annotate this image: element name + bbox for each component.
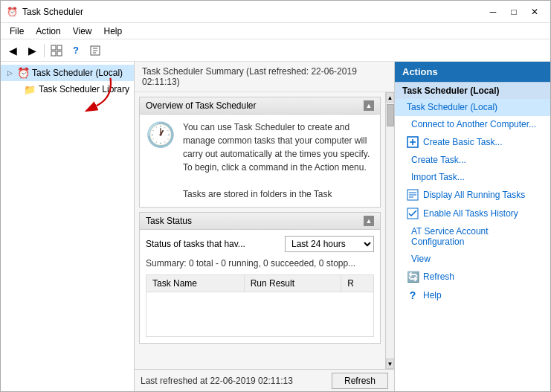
action-label-import-task: Import Task...: [411, 172, 465, 182]
task-status-collapse-btn[interactable]: ▲: [364, 216, 374, 226]
action-label-view: View: [411, 254, 431, 264]
task-status-section: Task Status ▲ Status of tasks that hav..…: [139, 212, 381, 344]
menu-file[interactable]: File: [4, 25, 30, 38]
menu-view[interactable]: View: [67, 25, 98, 38]
action-display-running[interactable]: Display All Running Tasks: [395, 186, 550, 205]
forward-button[interactable]: ▶: [23, 42, 41, 60]
summary-row: Summary: 0 total - 0 running, 0 succeede…: [146, 258, 374, 269]
action-label-connect: Connect to Another Computer...: [411, 119, 536, 129]
center-panel: Task Scheduler Summary (Last refreshed: …: [135, 62, 394, 391]
actions-header: Actions: [395, 62, 550, 82]
center-scrollbar[interactable]: ▲ ▼: [385, 92, 394, 369]
expand-icon: ▷: [5, 68, 14, 77]
action-import-task[interactable]: Import Task...: [395, 169, 550, 186]
close-button[interactable]: ✕: [525, 4, 544, 19]
status-filter-row: Status of tasks that hav... Last 24 hour…: [146, 236, 374, 252]
action-create-basic[interactable]: Create Basic Task...: [395, 133, 550, 152]
action-at-service[interactable]: AT Service Account Configuration: [395, 223, 550, 251]
overview-description: You can use Task Scheduler to create and…: [183, 122, 370, 173]
action-task-scheduler-local[interactable]: Task Scheduler (Local): [395, 99, 550, 116]
main-window: ⏰ Task Scheduler ─ □ ✕ File Action View …: [0, 0, 551, 392]
scroll-up-arrow[interactable]: ▲: [386, 92, 394, 103]
view-button[interactable]: [48, 42, 65, 60]
title-bar: ⏰ Task Scheduler ─ □ ✕: [1, 1, 550, 23]
clock-large-icon: 🕐: [146, 121, 175, 149]
action-label-scheduler-local: Task Scheduler (Local): [407, 102, 497, 112]
time-range-dropdown[interactable]: Last 24 hours Last Hour Last 7 Days Last…: [285, 236, 374, 252]
properties-icon: [89, 45, 101, 57]
expand-icon-library: [16, 85, 21, 94]
app-icon: ⏰: [7, 7, 18, 17]
action-label-display-running: Display All Running Tasks: [423, 190, 525, 200]
action-help[interactable]: ? Help: [395, 286, 550, 305]
svg-rect-2: [51, 51, 56, 56]
table-row: [146, 292, 374, 337]
overview-header-label: Overview of Task Scheduler: [146, 100, 257, 111]
display-running-icon: [407, 189, 419, 201]
task-status-header[interactable]: Task Status ▲: [140, 213, 380, 230]
help-toolbar-button[interactable]: ?: [67, 42, 85, 60]
task-table-body: [146, 292, 374, 337]
title-bar-controls: ─ □ ✕: [483, 4, 544, 19]
status-filter-label: Status of tasks that hav...: [146, 239, 279, 249]
overview-section: Overview of Task Scheduler ▲ 🕐 You can u…: [139, 97, 381, 208]
overview-body: 🕐 You can use Task Scheduler to create a…: [140, 115, 380, 207]
overview-header[interactable]: Overview of Task Scheduler ▲: [140, 97, 380, 115]
bottom-bar: Last refreshed at 22-06-2019 02:11:13 Re…: [135, 369, 394, 391]
svg-rect-1: [57, 45, 62, 50]
enable-history-icon: [407, 208, 419, 219]
action-refresh[interactable]: 🔄 Refresh: [395, 268, 550, 286]
main-area: ▷ ⏰ Task Scheduler (Local) 📁 Task Schedu…: [1, 62, 550, 391]
toolbar: ◀ ▶ ?: [1, 39, 550, 62]
scroll-track-empty: [386, 128, 394, 359]
tree-label-library: Task Scheduler Library: [39, 84, 129, 94]
right-panel: Actions Task Scheduler (Local) Task Sche…: [394, 62, 550, 391]
scroll-down-arrow[interactable]: ▼: [386, 359, 394, 369]
refresh-icon: 🔄: [407, 271, 419, 283]
task-status-body: Status of tasks that hav... Last 24 hour…: [140, 230, 380, 343]
action-label-refresh: Refresh: [423, 271, 454, 282]
create-basic-icon: [407, 136, 419, 148]
svg-rect-3: [57, 51, 62, 56]
last-refresh-text: Last refreshed at 22-06-2019 02:11:13: [141, 376, 293, 386]
tree-item-library[interactable]: 📁 Task Scheduler Library: [1, 81, 134, 97]
svg-rect-0: [51, 45, 56, 50]
help-icon: ?: [407, 289, 419, 301]
left-panel: ▷ ⏰ Task Scheduler (Local) 📁 Task Schedu…: [1, 62, 135, 391]
refresh-button[interactable]: Refresh: [332, 373, 388, 389]
folder-icon: 📁: [24, 83, 36, 95]
action-label-create-task: Create Task...: [411, 155, 466, 165]
minimize-button[interactable]: ─: [483, 4, 503, 19]
back-button[interactable]: ◀: [4, 42, 22, 60]
overview-description-2: Tasks are stored in folders in the Task: [183, 189, 332, 199]
center-content: Overview of Task Scheduler ▲ 🕐 You can u…: [135, 92, 385, 369]
menu-action[interactable]: Action: [30, 25, 66, 38]
task-table: Task Name Run Result R: [146, 274, 374, 337]
overview-collapse-btn[interactable]: ▲: [364, 100, 374, 111]
action-label-enable-history: Enable All Tasks History: [423, 208, 518, 219]
task-table-header-row: Task Name Run Result R: [146, 275, 374, 292]
menu-help[interactable]: Help: [98, 25, 129, 38]
empty-cell: [146, 292, 374, 337]
task-status-header-label: Task Status: [146, 216, 192, 226]
grid-icon: [51, 45, 62, 57]
maximize-button[interactable]: □: [504, 4, 523, 19]
scroll-thumb[interactable]: [387, 104, 394, 126]
window-title: Task Scheduler: [22, 7, 83, 17]
action-connect[interactable]: Connect to Another Computer...: [395, 116, 550, 133]
overview-text: You can use Task Scheduler to create and…: [183, 121, 374, 201]
properties-button[interactable]: [86, 42, 104, 60]
clock-icon: ⏰: [17, 67, 29, 79]
action-label-help: Help: [423, 290, 442, 301]
action-view[interactable]: View: [395, 251, 550, 268]
tree-label-local: Task Scheduler (Local): [32, 68, 123, 78]
menu-bar: File Action View Help: [1, 23, 550, 39]
title-bar-left: ⏰ Task Scheduler: [7, 7, 83, 17]
action-create-task[interactable]: Create Task...: [395, 152, 550, 169]
tree-item-task-scheduler-local[interactable]: ▷ ⏰ Task Scheduler (Local): [1, 65, 134, 81]
toolbar-separator-1: [44, 44, 45, 57]
action-label-at-service: AT Service Account Configuration: [411, 226, 543, 247]
action-enable-history[interactable]: Enable All Tasks History: [395, 205, 550, 223]
center-title: Task Scheduler Summary (Last refreshed: …: [135, 62, 394, 92]
col-r: R: [341, 275, 374, 292]
